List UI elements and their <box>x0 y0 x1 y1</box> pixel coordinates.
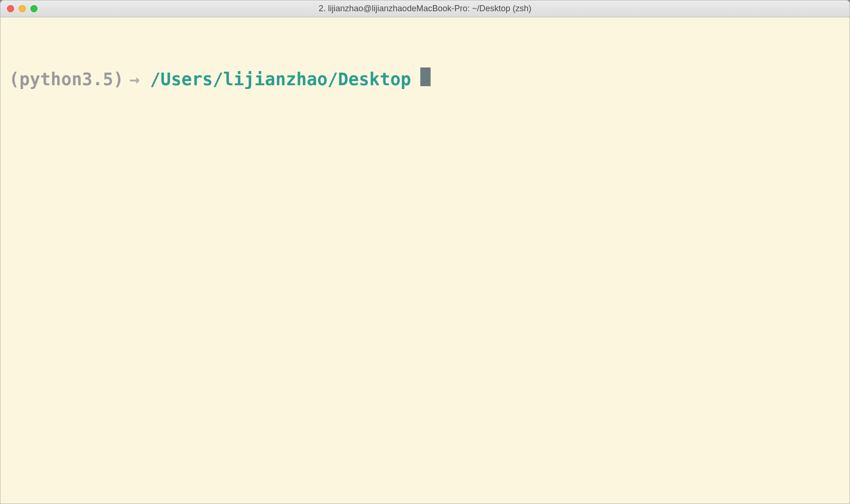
cursor-block <box>420 67 431 86</box>
traffic-lights <box>0 5 37 12</box>
terminal-window: 2. lijianzhao@lijianzhaodeMacBook-Pro: ~… <box>0 0 850 504</box>
close-icon[interactable] <box>7 5 14 12</box>
titlebar[interactable]: 2. lijianzhao@lijianzhaodeMacBook-Pro: ~… <box>0 0 850 17</box>
prompt-line: (python3.5)→ /Users/lijianzhao/Desktop <box>9 67 841 90</box>
minimize-icon[interactable] <box>19 5 26 12</box>
arrow-icon: → <box>129 69 140 90</box>
terminal-body[interactable]: (python3.5)→ /Users/lijianzhao/Desktop <box>0 17 850 504</box>
window-title: 2. lijianzhao@lijianzhaodeMacBook-Pro: ~… <box>319 4 531 14</box>
current-directory: /Users/lijianzhao/Desktop <box>150 69 411 90</box>
maximize-icon[interactable] <box>30 5 37 12</box>
venv-indicator: (python3.5) <box>9 69 124 90</box>
